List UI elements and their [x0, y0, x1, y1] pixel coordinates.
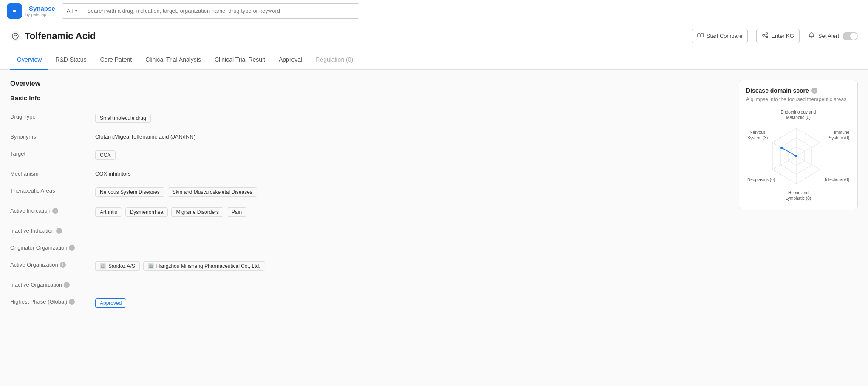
inactive-org-row: Inactive Organization i -: [10, 276, 729, 293]
active-org-info-icon[interactable]: i: [60, 262, 66, 268]
inactive-indication-dash: -: [95, 227, 97, 234]
tab-clinical-trial-analysis[interactable]: Clinical Trial Analysis: [139, 50, 208, 70]
highest-phase-value: Approved: [95, 298, 729, 308]
inactive-org-dash: -: [95, 281, 97, 288]
svg-marker-19: [782, 148, 796, 156]
highest-phase-row: Highest Phase (Global) i Approved: [10, 293, 729, 313]
start-compare-button[interactable]: Start Compare: [692, 29, 748, 43]
highest-phase-tag[interactable]: Approved: [95, 298, 126, 308]
target-value: COX: [95, 150, 729, 160]
org-tag-hangzhou[interactable]: 🏢 Hangzhou Minsheng Pharmaceutical Co., …: [143, 261, 265, 271]
org-icon-hangzhou: 🏢: [148, 263, 154, 269]
search-type-dropdown[interactable]: All ▾: [62, 3, 82, 19]
synonyms-value: Clotam,Migea,Tolfenamic acid (JAN/INN): [95, 133, 729, 140]
compare-icon: [697, 32, 704, 40]
inactive-org-value: -: [95, 281, 729, 288]
inactive-indication-info-icon[interactable]: i: [56, 228, 62, 234]
ta-tag-skin[interactable]: Skin and Musculoskeletal Diseases: [168, 187, 257, 197]
kg-icon: [762, 32, 769, 40]
start-compare-label: Start Compare: [707, 33, 743, 39]
drug-header: Tolfenamic Acid Start Compare: [0, 22, 868, 50]
inactive-org-label: Inactive Organization i: [10, 281, 95, 288]
synonyms-row: Synonyms Clotam,Migea,Tolfenamic acid (J…: [10, 128, 729, 145]
search-type-value: All: [67, 8, 73, 14]
svg-line-15: [796, 156, 820, 170]
drug-icon: [10, 31, 20, 41]
highest-phase-info-icon[interactable]: i: [69, 299, 75, 305]
indication-tag-arthritis[interactable]: Arthritis: [95, 207, 122, 217]
active-indication-row: Active Indication i Arthritis Dysmenorrh…: [10, 202, 729, 222]
originator-org-row: Originator Organization i -: [10, 239, 729, 256]
therapeutic-areas-label: Therapeutic Areas: [10, 187, 95, 194]
tab-clinical-trial-result[interactable]: Clinical Trial Result: [208, 50, 272, 70]
disease-score-info-icon[interactable]: i: [811, 88, 817, 94]
tab-overview[interactable]: Overview: [10, 50, 48, 70]
target-label: Target: [10, 150, 95, 157]
target-tag[interactable]: COX: [95, 150, 116, 160]
tab-core-patent[interactable]: Core Patent: [93, 50, 139, 70]
active-org-row: Active Organization i 🏢 Sandoz A/S 🏢 Han…: [10, 256, 729, 276]
svg-point-7: [766, 36, 768, 38]
inactive-indication-label: Inactive Indication i: [10, 227, 95, 234]
app-name: Synapse: [29, 5, 55, 12]
search-input[interactable]: [82, 3, 359, 19]
svg-line-8: [764, 34, 766, 35]
logo-area: Synapse by patsnap: [7, 3, 55, 19]
indication-tag-migraine[interactable]: Migraine Disorders: [171, 207, 223, 217]
svg-point-21: [795, 155, 797, 157]
mechanism-row: Mechanism COX inhibitors: [10, 165, 729, 182]
drug-actions: Start Compare Enter KG Set: [692, 29, 858, 43]
originator-org-dash: -: [95, 244, 97, 251]
alert-icon: [808, 32, 815, 40]
active-indication-info-icon[interactable]: i: [52, 208, 58, 214]
main-content: Overview Basic Info Drug Type Small mole…: [0, 70, 868, 386]
org-icon-sandoz: 🏢: [100, 263, 106, 269]
set-alert-toggle[interactable]: [843, 32, 858, 40]
indication-tag-dysmenorrhea[interactable]: Dysmenorrhea: [125, 207, 168, 217]
synonyms-label: Synonyms: [10, 133, 95, 140]
originator-org-info-icon[interactable]: i: [69, 245, 75, 251]
disease-score-subtitle: A glimpse into the focused therapeutic a…: [746, 96, 851, 102]
drug-type-tag[interactable]: Small molecule drug: [95, 114, 151, 123]
svg-point-20: [780, 147, 783, 149]
highest-phase-label: Highest Phase (Global) i: [10, 298, 95, 305]
logo-icon: [7, 3, 22, 19]
active-indication-value: Arthritis Dysmenorrhea Migraine Disorder…: [95, 207, 729, 217]
disease-score-title: Disease domain score i: [746, 87, 851, 94]
active-org-value: 🏢 Sandoz A/S 🏢 Hangzhou Minsheng Pharmac…: [95, 261, 729, 271]
mechanism-label: Mechanism: [10, 170, 95, 177]
navbar: Synapse by patsnap All ▾: [0, 0, 868, 22]
tab-navigation: Overview R&D Status Core Patent Clinical…: [0, 50, 868, 70]
indication-tag-pain[interactable]: Pain: [227, 207, 246, 217]
originator-org-label: Originator Organization i: [10, 244, 95, 251]
svg-point-6: [766, 33, 768, 34]
target-row: Target COX: [10, 145, 729, 165]
radar-svg: [747, 109, 849, 203]
drug-type-label: Drug Type: [10, 114, 95, 120]
set-alert-area: Set Alert: [808, 32, 858, 40]
svg-point-5: [763, 34, 764, 36]
svg-rect-4: [701, 34, 704, 37]
active-indication-label: Active Indication i: [10, 207, 95, 214]
org-tag-sandoz[interactable]: 🏢 Sandoz A/S: [95, 261, 140, 271]
tab-regulation: Regulation (0): [309, 50, 360, 70]
app-sub: by patsnap: [25, 12, 55, 17]
svg-point-1: [13, 10, 16, 12]
svg-point-2: [12, 33, 18, 39]
enter-kg-button[interactable]: Enter KG: [756, 29, 799, 43]
overview-section-title: Overview: [10, 80, 729, 88]
chevron-down-icon: ▾: [75, 9, 77, 13]
svg-rect-3: [698, 34, 700, 37]
drug-title-area: Tolfenamic Acid: [10, 31, 96, 42]
drug-name: Tolfenamic Acid: [25, 31, 96, 42]
tab-rd-status[interactable]: R&D Status: [48, 50, 93, 70]
search-container: All ▾: [62, 3, 359, 19]
originator-org-value: -: [95, 244, 729, 251]
radar-chart: Endocrinology andMetabolic (0) ImmuneSys…: [747, 109, 849, 203]
drug-type-row: Drug Type Small molecule drug: [10, 108, 729, 128]
svg-line-17: [772, 156, 796, 170]
inactive-org-info-icon[interactable]: i: [64, 282, 70, 288]
tab-approval[interactable]: Approval: [272, 50, 309, 70]
therapeutic-areas-value: Nervous System Diseases Skin and Musculo…: [95, 187, 729, 197]
ta-tag-nervous[interactable]: Nervous System Diseases: [95, 187, 164, 197]
